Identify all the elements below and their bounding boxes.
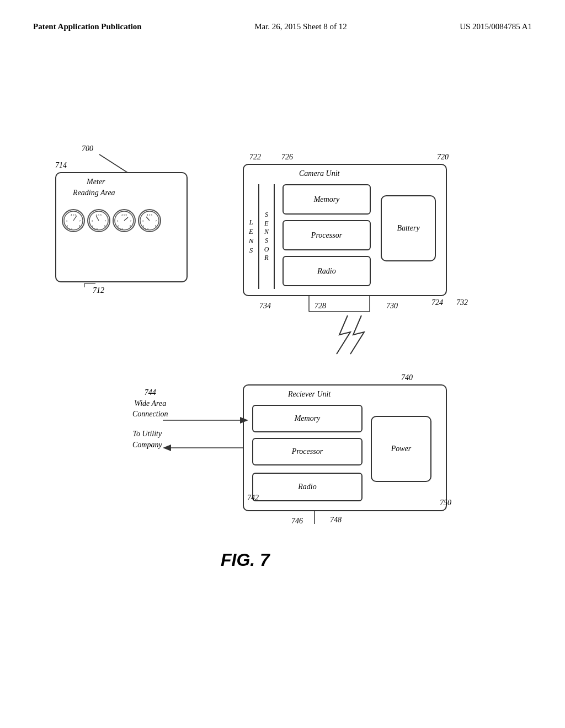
to-utility-label: To UtilityCompany <box>132 429 162 450</box>
ref-742: 742 <box>247 494 259 502</box>
radio-740-label: Radio <box>298 483 316 491</box>
header-left: Patent Application Publication <box>33 22 142 31</box>
dial-4: 4 5 6 3 7 2 8 1 0 9 <box>138 209 161 232</box>
ref-734: 734 <box>259 302 271 311</box>
box-710: 714 Meter Reading Area 4 5 6 3 7 2 8 1 0… <box>55 172 188 282</box>
box-740: 740 Reciever Unit Memory Processor Radio… <box>243 384 447 511</box>
lens-label: LENS <box>249 218 254 255</box>
svg-text:1 0 9: 1 0 9 <box>118 228 124 231</box>
radio-720-label: Radio <box>317 267 335 276</box>
arrow-wide-area <box>163 409 251 431</box>
lightning-bolt <box>331 313 397 357</box>
meter-label: Meter <box>87 178 105 186</box>
dial-2: 4 5 6 3 7 2 8 1 0 9 <box>87 209 110 232</box>
reading-area-label: Reading Area <box>73 189 115 197</box>
box-battery: Battery <box>381 195 436 261</box>
sensor-bar: SENSOR <box>259 184 275 289</box>
ref-714: 714 <box>55 161 67 170</box>
box-memory-720: Memory <box>282 184 371 215</box>
receiver-unit-label: Reciever Unit <box>288 390 331 399</box>
processor-720-label: Processor <box>311 231 342 240</box>
box-processor-740: Processor <box>252 438 363 465</box>
svg-text:1 0 9: 1 0 9 <box>67 228 73 231</box>
memory-740-label: Memory <box>295 414 321 423</box>
diagram-area: 700 714 Meter Reading Area 4 5 6 3 7 2 8… <box>0 31 565 693</box>
box-memory-740: Memory <box>252 405 363 432</box>
power-label: Power <box>391 445 412 453</box>
processor-740-label: Processor <box>292 447 323 456</box>
page-header: Patent Application Publication Mar. 26, … <box>0 0 565 31</box>
bracket-712 <box>82 281 109 289</box>
svg-text:4 5 6: 4 5 6 <box>147 213 153 216</box>
svg-text:4 5 6: 4 5 6 <box>71 213 77 216</box>
dial-3: 4 5 6 3 7 2 8 1 0 9 <box>113 209 136 232</box>
svg-marker-42 <box>163 445 171 451</box>
lens-bar: LENS <box>244 184 259 289</box>
box-radio-740: Radio <box>252 473 363 501</box>
figure-label: FIG. 7 <box>221 550 270 570</box>
box-720: 720 Camera Unit LENS SENSOR Memory Proce… <box>243 164 447 296</box>
memory-720-label: Memory <box>314 195 340 204</box>
line-740-bottom <box>292 510 337 527</box>
ref-720: 720 <box>437 153 449 162</box>
battery-label: Battery <box>397 224 419 233</box>
ref-744: 744 <box>145 388 156 397</box>
sensor-label: SENSOR <box>264 211 269 263</box>
box-processor-720: Processor <box>282 220 371 250</box>
ref-700: 700 <box>82 144 93 153</box>
header-center: Mar. 26, 2015 Sheet 8 of 12 <box>254 22 347 31</box>
svg-marker-40 <box>240 417 248 424</box>
svg-text:1 0 9: 1 0 9 <box>92 228 98 231</box>
ref-732: 732 <box>456 298 468 307</box>
arrow-to-utility <box>163 440 251 456</box>
svg-text:4 5 6: 4 5 6 <box>96 213 102 216</box>
ref-726: 726 <box>281 153 293 162</box>
dial-1: 4 5 6 3 7 2 8 1 0 9 <box>62 209 85 232</box>
header-right: US 2015/0084785 A1 <box>460 22 532 31</box>
ref-722: 722 <box>249 153 261 162</box>
ref-724: 724 <box>431 298 443 307</box>
box-power: Power <box>371 416 431 482</box>
ref-750: 750 <box>440 499 451 507</box>
camera-unit-label: Camera Unit <box>299 169 340 178</box>
ref-740: 740 <box>401 373 413 382</box>
svg-text:1 0 9: 1 0 9 <box>143 228 149 231</box>
box-radio-720: Radio <box>282 256 371 286</box>
dials: 4 5 6 3 7 2 8 1 0 9 4 5 6 3 7 2 8 <box>62 209 161 232</box>
svg-text:4 5 6: 4 5 6 <box>121 213 127 216</box>
